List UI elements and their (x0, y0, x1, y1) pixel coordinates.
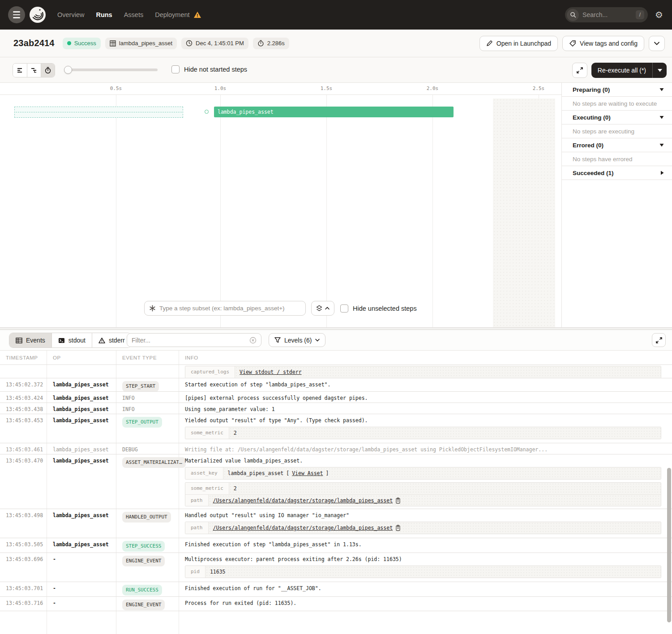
event-log-row[interactable]: 13:45:02.372lambda_pipes_assetSTEP_START… (0, 378, 672, 392)
clock-icon (186, 40, 193, 47)
log-toolbar: Events stdout stderr Filter... (0, 330, 672, 350)
event-log-row[interactable]: 13:45:03.453lambda_pipes_assetSTEP_OUTPU… (0, 414, 672, 443)
step-layers-button[interactable] (311, 301, 334, 316)
sidebar-section-executing[interactable]: Executing (0) (562, 111, 672, 124)
reexecute-all-button[interactable]: Re-execute all (*) (591, 63, 667, 78)
nav-items: Overview Runs Assets Deployment (57, 11, 201, 18)
event-log-row[interactable]: 13:45:03.438lambda_pipes_assetINFOUsing … (0, 403, 672, 414)
event-type-cell: STEP_SUCCESS (116, 538, 179, 553)
metadata-link[interactable]: View Asset (292, 470, 323, 477)
chevron-up-icon (325, 307, 330, 310)
zoom-slider-knob[interactable] (64, 66, 72, 74)
log-scrollbar-thumb[interactable] (667, 468, 671, 622)
pencil-icon (486, 40, 493, 47)
gantt-step-bar[interactable]: lambda_pipes_asset (214, 107, 454, 117)
event-type-badge: STEP_SUCCESS (122, 541, 165, 552)
event-log-row[interactable]: 13:45:03.470lambda_pipes_assetASSET_MATE… (0, 454, 672, 509)
open-in-launchpad-button[interactable]: Open in Launchpad (479, 36, 558, 51)
timed-view-icon[interactable] (41, 64, 55, 77)
sidebar-section-errored[interactable]: Errored (0) (562, 138, 672, 152)
metadata-key: path (185, 495, 209, 506)
sidebar-section-empty-message: No steps are executing (562, 124, 672, 138)
event-log-row[interactable]: 13:45:03.505lambda_pipes_assetSTEP_SUCCE… (0, 538, 672, 553)
event-type-badge: RUN_SUCCESS (122, 585, 162, 595)
success-dot-icon (67, 41, 71, 45)
caret-down-icon (659, 88, 664, 91)
event-op: - (47, 597, 116, 611)
tab-events[interactable]: Events (9, 333, 51, 347)
event-op: lambda_pipes_asset (47, 403, 116, 414)
tag-icon (569, 40, 576, 47)
tab-stdout[interactable]: stdout (51, 333, 92, 347)
run-actions-chevron-button[interactable] (649, 36, 665, 51)
hamburger-menu-icon[interactable] (8, 6, 25, 23)
nav-item-assets[interactable]: Assets (124, 11, 144, 18)
hide-unselected-checkbox-box[interactable] (340, 304, 348, 313)
metadata-link[interactable]: View stdout / stderr (240, 368, 301, 376)
gantt-fullscreen-icon[interactable] (572, 63, 587, 78)
metadata-key: some_metric (185, 427, 229, 439)
search-input[interactable]: Search... / (565, 7, 648, 22)
event-log-row[interactable]: 13:45:03.696-ENGINE_EVENTMultiprocess ex… (0, 553, 672, 582)
waterfall-view-icon[interactable] (27, 64, 41, 77)
event-info-text: Process for run exited (pid: 11635). (185, 600, 667, 607)
sidebar-section-empty-message: No steps have errored (562, 152, 672, 166)
event-log-row[interactable]: 13:45:03.701-RUN_SUCCESSFinished executi… (0, 582, 672, 597)
zoom-slider[interactable] (65, 67, 158, 73)
flat-view-icon[interactable] (13, 64, 27, 77)
search-placeholder: Search... (582, 11, 636, 18)
sidebar-section-preparing[interactable]: Preparing (0) (562, 83, 672, 97)
timeline-gridline (116, 95, 116, 327)
gantt-view-mode-group (13, 63, 55, 77)
event-metadata-table: path/Users/alangenfeld/data/dagster/stor… (185, 522, 661, 534)
hide-unselected-checkbox[interactable]: Hide unselected steps (340, 304, 417, 313)
event-info-cell: Yielded output "result" of type "Any". (… (179, 414, 672, 443)
nav-item-overview[interactable]: Overview (57, 11, 84, 18)
event-log-row[interactable]: 13:45:03.716-ENGINE_EVENTProcess for run… (0, 597, 672, 611)
event-type-cell: STEP_START (116, 378, 179, 392)
event-info-text: Started execution of step "lambda_pipes_… (185, 381, 667, 388)
sidebar-section-empty-message: No steps are waiting to execute (562, 97, 672, 111)
metadata-row: path/Users/alangenfeld/data/dagster/stor… (185, 494, 661, 506)
clear-filter-icon[interactable] (249, 337, 257, 344)
event-log-row[interactable]: 13:45:03.461lambda_pipes_assetDEBUGWriti… (0, 443, 672, 454)
column-header-timestamp: TIMESTAMP (0, 351, 47, 364)
metadata-value: /Users/alangenfeld/data/dagster/storage/… (209, 522, 661, 534)
event-log-row[interactable]: 13:45:03.424lambda_pipes_assetINFO[pipes… (0, 392, 672, 403)
event-op: lambda_pipes_asset (47, 443, 116, 454)
hide-not-started-checkbox[interactable]: Hide not started steps (171, 65, 247, 73)
gear-icon[interactable]: ⚙ (655, 10, 663, 19)
copy-icon[interactable] (395, 525, 401, 531)
event-info-text: [pipes] external process successfully op… (185, 394, 667, 402)
job-tag[interactable]: lambda_pipes_asset (105, 38, 177, 49)
event-info-cell: [pipes] external process successfully op… (179, 392, 672, 403)
event-op: lambda_pipes_asset (47, 378, 116, 392)
reexecute-dropdown-icon[interactable] (652, 63, 667, 78)
metadata-link[interactable]: /Users/alangenfeld/data/dagster/storage/… (213, 497, 393, 504)
copy-icon[interactable] (395, 497, 401, 504)
run-detail-page: Overview Runs Assets Deployment Search..… (0, 0, 672, 634)
sidebar-section-succeeded[interactable]: Succeeded (1) (562, 166, 672, 180)
dagster-logo-icon[interactable] (29, 6, 47, 24)
nav-item-deployment[interactable]: Deployment (155, 11, 189, 18)
event-type-cell: ENGINE_EVENT (116, 553, 179, 582)
event-info-text: Writing file at: /Users/alangenfeld/data… (185, 446, 667, 453)
view-tags-config-button[interactable]: View tags and config (562, 36, 644, 51)
hide-not-started-checkbox-box[interactable] (171, 65, 180, 73)
event-log-row[interactable]: 13:45:03.498lambda_pipes_assetHANDLED_OU… (0, 509, 672, 538)
event-info-text: Finished execution of step "lambda_pipes… (185, 541, 667, 548)
log-filter-input[interactable]: Filter... (127, 333, 261, 347)
nav-item-runs[interactable]: Runs (96, 11, 112, 18)
event-log-row[interactable]: captured_logsView stdout / stderr (0, 365, 672, 378)
event-metadata-table: asset_keylambda_pipes_asset[View Asset] (185, 467, 661, 480)
log-fullscreen-icon[interactable] (652, 333, 666, 347)
metadata-value: lambda_pipes_asset[View Asset] (223, 467, 661, 479)
tab-stderr[interactable]: stderr (92, 333, 131, 347)
event-info-cell: Started execution of step "lambda_pipes_… (179, 378, 672, 392)
timeline-tick-label: 1.5s (313, 86, 340, 91)
levels-filter-button[interactable]: Levels (6) (269, 333, 325, 347)
metadata-link[interactable]: /Users/alangenfeld/data/dagster/storage/… (213, 524, 393, 531)
event-info-text: Using some_parameter value: 1 (185, 406, 667, 413)
event-metadata-table: some_metric2path/Users/alangenfeld/data/… (185, 482, 661, 506)
step-subset-input[interactable]: Type a step subset (ex: lambda_pipes_ass… (144, 301, 306, 316)
